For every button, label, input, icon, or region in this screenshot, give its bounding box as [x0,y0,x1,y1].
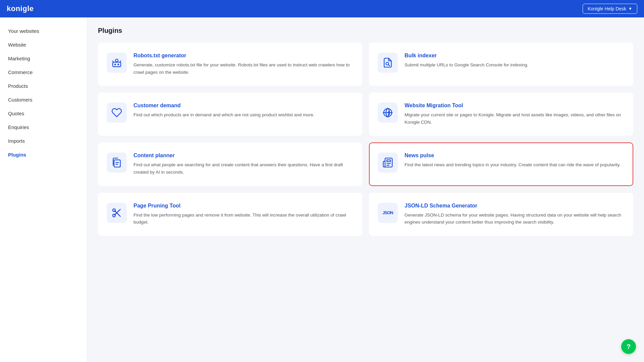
plugins-grid: Robots.txt generatorGenerate, customize … [98,43,633,236]
plugin-title-website-migration: Website Migration Tool [405,103,625,109]
sidebar-item-website[interactable]: Website [0,38,87,52]
help-desk-button[interactable]: Konigle Help Desk ▼ [583,4,637,14]
sidebar-item-enquiries[interactable]: Enquiries [0,120,87,134]
plugin-desc-news-pulse: Find the latest news and trending topics… [405,161,625,169]
plugin-card-json-ld[interactable]: JSONJSON-LD Schema GeneratorGenerate JSO… [369,193,633,236]
plugin-card-website-migration[interactable]: Website Migration ToolMigrate your curre… [369,93,633,136]
plugin-title-news-pulse: News pulse [405,153,625,159]
plugin-desc-robots-txt: Generate, customize robots.txt file for … [133,61,354,76]
svg-line-8 [388,65,389,66]
plugin-desc-website-migration: Migrate your current site or pages to Ko… [405,111,625,126]
chevron-down-icon: ▼ [628,6,632,11]
plugin-title-json-ld: JSON-LD Schema Generator [405,203,625,209]
newspaper-icon [378,153,398,173]
scissors-cross-icon [107,203,127,223]
logo: konigle [7,4,34,13]
json-icon: JSON [378,203,398,223]
plugin-card-robots-txt[interactable]: Robots.txt generatorGenerate, customize … [98,43,362,86]
svg-line-6 [120,61,121,62]
header: konigle Konigle Help Desk ▼ [0,0,644,17]
sidebar-item-commerce[interactable]: Commerce [0,65,87,79]
heart-icon [107,103,127,123]
plugin-title-customer-demand: Customer demand [133,103,354,109]
svg-rect-0 [113,62,121,67]
sidebar-item-plugins[interactable]: Plugins [0,148,87,162]
help-desk-label: Konigle Help Desk [588,6,626,11]
help-fab-button[interactable]: ? [621,339,636,354]
app-layout: Your websitesWebsiteMarketingCommercePro… [0,17,644,362]
globe-bolt-icon [378,103,398,123]
document-stack-icon [107,153,127,173]
sidebar-item-imports[interactable]: Imports [0,134,87,148]
plugin-desc-json-ld: Generate JSON-LD schema for your website… [405,212,625,226]
plugin-desc-bulk-indexer: Submit multiple URLs to Google Search Co… [405,61,625,69]
svg-point-4 [118,64,119,65]
plugin-card-bulk-indexer[interactable]: Bulk indexerSubmit multiple URLs to Goog… [369,43,633,86]
svg-point-3 [115,64,116,65]
plugin-title-bulk-indexer: Bulk indexer [405,53,625,59]
sidebar-item-marketing[interactable]: Marketing [0,52,87,65]
plugin-card-news-pulse[interactable]: News pulseFind the latest news and trend… [369,142,633,186]
svg-point-1 [115,59,118,62]
plugin-card-content-planner[interactable]: Content plannerFind out what people are … [98,142,362,186]
plugin-title-content-planner: Content planner [133,153,354,159]
plugin-card-page-pruning[interactable]: Page Pruning ToolFind the low performing… [98,193,362,236]
help-fab-label: ? [627,343,631,351]
sidebar-item-quotes[interactable]: Quotes [0,107,87,120]
main-content: Plugins Robots.txt generatorGenerate, cu… [87,17,644,362]
plugin-desc-page-pruning: Find the low performing pages and remove… [133,212,354,226]
plugin-desc-content-planner: Find out what people are searching for a… [133,161,354,176]
robot-icon [107,53,127,73]
plugin-card-customer-demand[interactable]: Customer demandFind out which products a… [98,93,362,136]
page-title: Plugins [98,27,633,35]
sidebar-item-products[interactable]: Products [0,79,87,93]
plugin-title-page-pruning: Page Pruning Tool [133,203,354,209]
sidebar-item-customers[interactable]: Customers [0,93,87,107]
plugin-title-robots-txt: Robots.txt generator [133,53,354,59]
chart-search-icon [378,53,398,73]
sidebar: Your websitesWebsiteMarketingCommercePro… [0,17,87,362]
sidebar-item-your-websites[interactable]: Your websites [0,24,87,38]
plugin-desc-customer-demand: Find out which products are in demand an… [133,111,354,119]
